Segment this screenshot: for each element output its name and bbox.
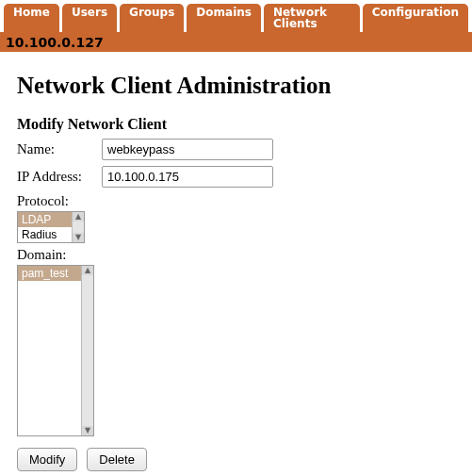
name-input[interactable] xyxy=(102,139,273,160)
domain-option-pam-test[interactable]: pam_test xyxy=(18,266,81,281)
protocol-option-radius[interactable]: Radius xyxy=(18,227,72,242)
scroll-down-icon[interactable]: ▼ xyxy=(73,233,84,242)
domain-label: Domain: xyxy=(17,247,455,263)
protocol-option-ldap[interactable]: LDAP xyxy=(18,212,72,227)
protocol-scrollbar[interactable]: ▲ ▼ xyxy=(72,212,84,242)
delete-button[interactable]: Delete xyxy=(87,448,147,471)
ip-label: IP Address: xyxy=(17,169,102,185)
ip-input[interactable] xyxy=(102,166,273,188)
page-title: Network Client Administration xyxy=(17,73,455,99)
tab-domains[interactable]: Domains xyxy=(187,4,261,32)
name-label: Name: xyxy=(17,141,102,157)
modify-button[interactable]: Modify xyxy=(17,448,77,471)
scroll-up-icon[interactable]: ▲ xyxy=(82,266,93,275)
protocol-label: Protocol: xyxy=(17,193,455,209)
tab-configuration[interactable]: Configuration xyxy=(363,4,468,32)
main-content: Network Client Administration Modify Net… xyxy=(0,52,472,476)
ip-address-bar: 10.100.0.127 xyxy=(0,33,472,52)
subheading: Modify Network Client xyxy=(17,116,455,133)
tab-users[interactable]: Users xyxy=(62,4,117,32)
tab-network-clients[interactable]: Network Clients xyxy=(264,4,360,32)
protocol-listbox[interactable]: LDAP Radius ▲ ▼ xyxy=(17,211,85,243)
scroll-down-icon[interactable]: ▼ xyxy=(82,426,93,435)
tab-home[interactable]: Home xyxy=(4,4,59,32)
domain-scrollbar[interactable]: ▲ ▼ xyxy=(81,266,93,435)
scroll-up-icon[interactable]: ▲ xyxy=(73,212,84,222)
nav-tabs: Home Users Groups Domains Network Client… xyxy=(0,0,472,33)
tab-groups[interactable]: Groups xyxy=(120,4,184,32)
domain-listbox[interactable]: pam_test ▲ ▼ xyxy=(17,265,94,436)
